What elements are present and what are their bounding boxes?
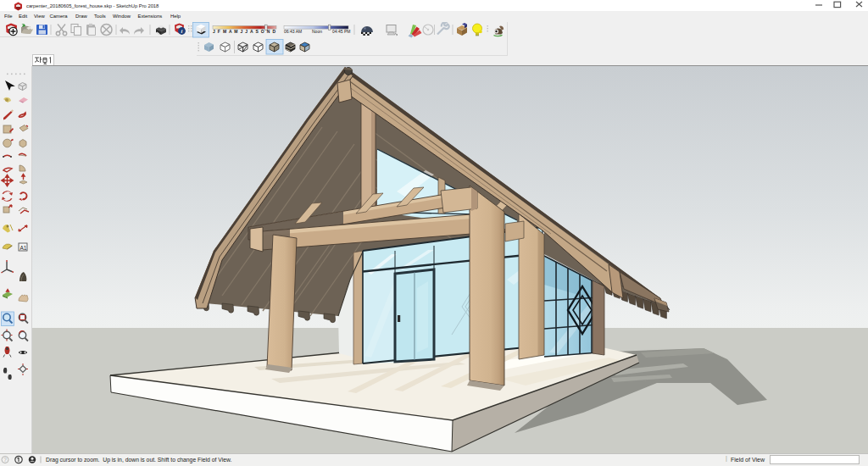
svg-text:A1: A1 [20,245,27,251]
svg-text:?: ? [3,457,7,463]
svg-text:04:45 PM: 04:45 PM [332,29,350,34]
svg-text:J F M A M J J A S O N D: J F M A M J J A S O N D [213,29,275,34]
svg-text:Noon: Noon [312,29,322,34]
svg-text:06:43 AM: 06:43 AM [284,29,302,34]
